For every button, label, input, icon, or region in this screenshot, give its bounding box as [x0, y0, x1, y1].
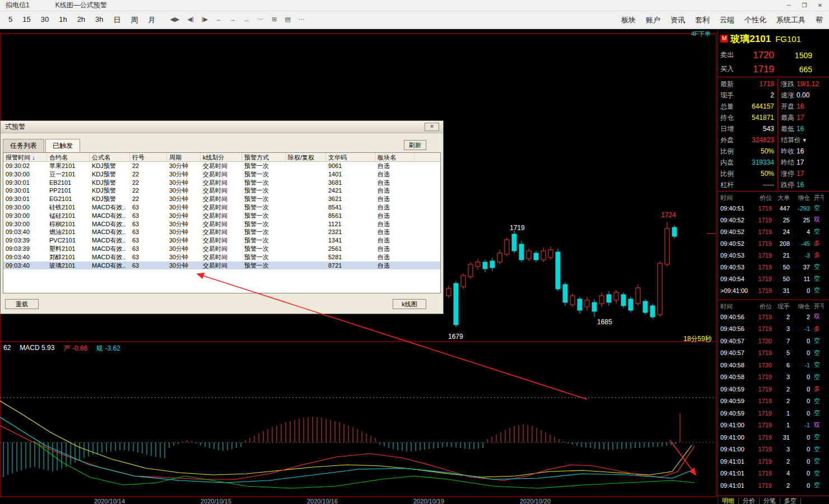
menu-personalize[interactable]: 个性化 [739, 13, 771, 27]
date-label: 2020/10/14 [94, 498, 125, 504]
column-header[interactable]: 除权/复权 [286, 153, 326, 161]
table-header-row: 报警时间 ↓合约名公式名行号周期k线划分预警方式除权/复权文华码板块名 [3, 153, 440, 162]
date-label: 2020/10/15 [201, 498, 231, 504]
tick-row[interactable]: 09:40:511719447-293空 [718, 202, 829, 214]
contract-name: 玻璃2101 [730, 32, 771, 45]
tab-task-list[interactable]: 任务列表 [3, 139, 44, 152]
tick-row[interactable]: 09:40:57172070空 [718, 335, 829, 347]
tick-row[interactable]: 09:40:5417195011空 [718, 273, 829, 284]
tick-row[interactable]: 09:40:56171922双 [718, 311, 829, 323]
menu-arbitrage[interactable]: 套利 [690, 13, 715, 27]
column-header[interactable]: 报警时间 ↓ [3, 153, 47, 161]
alert-row[interactable]: 09:30:00锰硅2101MACD有效..6330分钟交易时间预警一次8561… [3, 212, 440, 220]
alert-row[interactable]: 09:30:02苹果2101KDJ预警2230分钟交易时间预警一次9061自选 [3, 162, 440, 170]
alert-row[interactable]: 09:30:00豆一2101KDJ预警2230分钟交易时间预警一次1401自选 [3, 170, 440, 179]
dialog-titlebar[interactable]: 式预警 ✕ [1, 121, 443, 133]
period-2h[interactable]: 2h [72, 13, 90, 27]
column-header[interactable]: 合约名 [47, 153, 90, 161]
reload-button[interactable]: 重载 [5, 299, 39, 309]
alert-row[interactable]: 09:30:00硅铁2101MACD有效..6330分钟交易时间预警一次8541… [3, 203, 440, 212]
order-entry-link[interactable]: 4F下单 [691, 30, 711, 38]
tick-row[interactable]: 09:41:001719310空 [718, 431, 829, 444]
ask-row[interactable]: 卖出 1720 1509 [718, 48, 829, 62]
pan-left-icon[interactable]: ← [212, 14, 226, 26]
kline-button[interactable]: k线图 [393, 299, 426, 309]
column-header[interactable]: 周期 [167, 153, 201, 161]
tab-by-price[interactable]: 分价 [739, 498, 760, 504]
close-button[interactable]: ✕ [814, 1, 826, 10]
alert-row[interactable]: 09:03:39塑料2101MACD有效..6330分钟交易时间预警一次2561… [3, 245, 440, 253]
tick-row[interactable]: 09:41:01171920空 [718, 479, 829, 492]
menu-help[interactable]: 帮 [811, 13, 828, 27]
column-header[interactable]: 板块名 [375, 153, 414, 161]
alert-row[interactable]: 09:03:40玻璃2101MACD有效..6330分钟交易时间预警一次8721… [3, 262, 440, 270]
tick-row[interactable]: >09:41:001719310空 [718, 284, 829, 296]
more-icon[interactable]: ⋯ [295, 14, 309, 26]
contract-code: FG101 [775, 34, 801, 44]
tick-row[interactable]: 09:41:01171940空 [718, 468, 829, 480]
alert-row[interactable]: 09:03:40郑醇2101MACD有效..6330分钟交易时间预警一次5281… [3, 253, 440, 262]
period-3h[interactable]: 3h [90, 13, 108, 27]
menu-news[interactable]: 资讯 [665, 13, 690, 27]
pan-right-icon[interactable]: → [226, 14, 240, 26]
tick-row[interactable]: 09:41:00171930空 [718, 444, 829, 456]
collapse-up-icon[interactable]: ︿ [240, 14, 254, 26]
panel-layout-icon[interactable]: ▤ [281, 14, 294, 26]
tick-row[interactable]: 09:40:521719244空 [718, 226, 829, 237]
divider [718, 191, 829, 192]
menu-sector[interactable]: 板块 [616, 13, 641, 27]
tab-by-tick[interactable]: 分笔 [760, 498, 780, 504]
period-15[interactable]: 15 [17, 13, 35, 27]
tick-row[interactable]: 09:40:521719208-45多 [718, 237, 829, 249]
period-month[interactable]: 月 [143, 13, 161, 27]
period-30[interactable]: 30 [36, 13, 54, 27]
period-week[interactable]: 周 [126, 13, 143, 27]
minimize-button[interactable]: ─ [783, 1, 794, 10]
alert-row[interactable]: 09:03:40燃油2101MACD有效..6330分钟交易时间预警一次2321… [3, 228, 440, 236]
tick-row[interactable]: 09:40:5317195037空 [718, 261, 829, 273]
alert-row[interactable]: 09:30:00棕榈2101MACD有效..6330分钟交易时间预警一次1121… [3, 220, 440, 228]
tick-row[interactable]: 09:40:59171920多 [718, 383, 829, 395]
tick-row[interactable]: 09:40:5817206-1空 [718, 359, 829, 371]
tick-row[interactable]: 09:40:59171920空 [718, 395, 829, 408]
alert-row[interactable]: 09:03:39PVC2101MACD有效..6330分钟交易时间预警一次134… [3, 236, 440, 245]
refresh-button[interactable]: 刷新 [404, 140, 426, 150]
period-1h[interactable]: 1h [54, 13, 72, 27]
step-back-icon[interactable]: ◀| [184, 14, 198, 26]
column-header[interactable]: 行号 [130, 153, 167, 161]
collapse-down-icon[interactable]: ﹀ [254, 14, 268, 26]
step-forward-icon[interactable]: |▶ [198, 14, 212, 26]
compress-icon[interactable]: ◀▶ [166, 14, 184, 26]
column-header[interactable]: 文华码 [326, 153, 375, 161]
tick-row[interactable]: 09:40:59171910空 [718, 407, 829, 419]
menu-account[interactable]: 账户 [641, 13, 665, 27]
bid-row[interactable]: 买入 1719 665 [718, 62, 829, 76]
tab-triggered[interactable]: 已触发 [45, 139, 80, 152]
tick-row[interactable]: 09:40:58171930空 [718, 371, 829, 384]
period-5[interactable]: 5 [3, 13, 17, 27]
marker-badge: M [720, 35, 728, 43]
dialog-close-button[interactable]: ✕ [425, 123, 439, 131]
tick-row[interactable]: 09:40:53171921-3多 [718, 249, 829, 261]
date-axis: 2020/10/142020/10/152020/10/162020/10/19… [0, 498, 718, 504]
tab-detail[interactable]: 明细 [718, 498, 739, 504]
column-header[interactable]: 公式名 [90, 153, 130, 161]
menu-system-tools[interactable]: 系统工具 [771, 13, 811, 27]
menu-cloud[interactable]: 云端 [715, 13, 739, 27]
alert-row[interactable]: 09:30:01EG2101KDJ预警2230分钟交易时间预警一次3621自选 [3, 195, 440, 203]
alert-row[interactable]: 09:30:01EB2101KDJ预警2230分钟交易时间预警一次3681自选 [3, 179, 440, 187]
maximize-button[interactable]: ❐ [799, 1, 810, 10]
column-header[interactable]: k线划分 [201, 153, 242, 161]
tick-row[interactable]: 09:40:5617193-1多 [718, 323, 829, 335]
column-header: 价位 [751, 194, 772, 202]
tick-row[interactable]: 09:40:5217192525双 [718, 214, 829, 226]
period-day[interactable]: 日 [109, 13, 126, 27]
tick-row[interactable]: 09:41:0017191-1双 [718, 419, 829, 432]
tick-row[interactable]: 09:40:57171950空 [718, 347, 829, 360]
alert-row[interactable]: 09:30:01PP2101KDJ预警2230分钟交易时间预警一次2421自选 [3, 186, 440, 195]
tab-long-short[interactable]: 多空 [780, 498, 801, 504]
grid-layout-icon[interactable]: ⊞ [268, 14, 281, 26]
tick-row[interactable]: 09:41:01171920空 [718, 455, 829, 468]
column-header[interactable]: 预警方式 [242, 153, 286, 161]
date-label: 2020/10/20 [520, 498, 551, 504]
